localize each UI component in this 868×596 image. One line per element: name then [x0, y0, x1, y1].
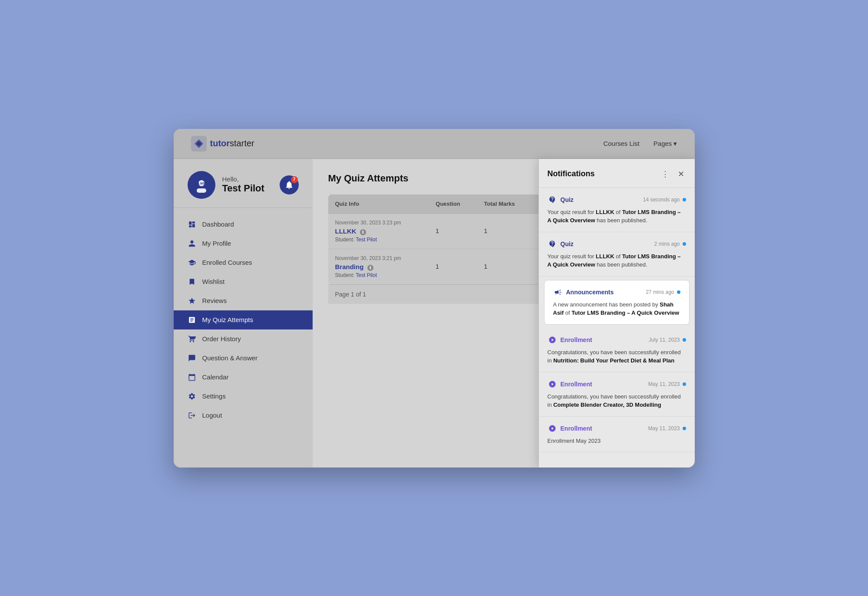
sidebar-item-wishlist[interactable]: Wishlist [174, 272, 313, 291]
header-nav: Courses List Pages ▾ [603, 140, 677, 148]
notif-body: Your quiz result for LLLKK of Tutor LMS … [548, 252, 686, 269]
notif-time-text: 2 mins ago [654, 241, 680, 247]
calendar-icon [188, 373, 196, 381]
svg-text:LMS: LMS [198, 182, 205, 185]
qa-icon [188, 354, 196, 362]
notif-actions: ⋮ ✕ [660, 168, 686, 181]
notif-time: 14 seconds ago [643, 197, 686, 203]
notif-item-header: Enrollment July 11, 2023 [548, 335, 686, 345]
sidebar-label-profile: My Profile [202, 240, 231, 247]
sidebar-item-settings[interactable]: Settings [174, 387, 313, 406]
cell-total-marks: 1 [477, 213, 533, 249]
sidebar-item-calendar[interactable]: Calendar [174, 368, 313, 387]
notif-item[interactable]: Enrollment July 11, 2023 Congratulations… [539, 328, 695, 372]
notif-item-header: Quiz 14 seconds ago [548, 195, 686, 204]
profile-info: Hello, Test Pilot [222, 175, 264, 194]
notif-body: Congratulations, you have been successfu… [548, 348, 686, 365]
cell-question: 1 [429, 213, 477, 249]
student-name: Test Pilot [356, 272, 377, 278]
sidebar-item-qa[interactable]: Question & Answer [174, 349, 313, 368]
quiz-date: November 30, 2023 3:21 pm [335, 255, 422, 261]
cell-quiz-info: November 30, 2023 3:21 pm Branding ℹ Stu… [328, 249, 429, 284]
notif-type: Quiz [548, 195, 574, 204]
sidebar-label-wishlist: Wishlist [202, 278, 225, 285]
sidebar: LMS Hello, Test Pilot 7 [174, 159, 313, 468]
sidebar-item-profile[interactable]: My Profile [174, 234, 313, 253]
notif-close-btn[interactable]: ✕ [676, 168, 686, 181]
cell-question: 1 [429, 249, 477, 284]
notif-item-header: Enrollment May 11, 2023 [548, 379, 686, 389]
notif-body: A new announcement has been posted by Sh… [553, 300, 680, 317]
notif-unread-dot [683, 338, 686, 342]
notif-type-label: Enrollment [561, 336, 592, 343]
sidebar-label-calendar: Calendar [202, 373, 229, 381]
notif-type: Enrollment [548, 335, 592, 345]
logo: tutorstarter [191, 136, 254, 151]
notif-type: Announcements [553, 287, 614, 297]
settings-icon [188, 392, 196, 400]
col-quiz-info: Quiz Info [328, 194, 429, 214]
logout-icon [188, 412, 196, 419]
sidebar-label-dashboard: Dashboard [202, 221, 234, 228]
notif-time-text: July 11, 2023 [649, 337, 680, 343]
notif-type-icon [548, 335, 557, 345]
col-question: Question [429, 194, 477, 214]
svg-point-1 [197, 142, 201, 146]
notifications-panel: Notifications ⋮ ✕ Quiz 14 seconds ago Yo… [538, 159, 695, 468]
sidebar-label-quiz: My Quiz Attempts [202, 316, 254, 323]
sidebar-item-dashboard[interactable]: Dashboard [174, 215, 313, 234]
notif-item-header: Announcements 27 mins ago [553, 287, 680, 297]
notif-time-text: May 11, 2023 [648, 425, 680, 431]
notif-type-label: Quiz [561, 240, 574, 247]
header: tutorstarter Courses List Pages ▾ [174, 129, 695, 159]
sidebar-label-qa: Question & Answer [202, 354, 258, 362]
sidebar-item-quiz[interactable]: My Quiz Attempts [174, 310, 313, 329]
notif-time: 2 mins ago [654, 241, 686, 247]
notif-type: Enrollment [548, 379, 592, 389]
bell-badge: 7 [291, 176, 298, 183]
avatar-icon: LMS [194, 177, 209, 193]
profile-section: LMS Hello, Test Pilot 7 [174, 159, 313, 208]
notif-list: Quiz 14 seconds ago Your quiz result for… [539, 188, 695, 468]
info-icon[interactable]: ℹ [360, 229, 366, 235]
sidebar-label-logout: Logout [202, 412, 222, 419]
courses-list-link[interactable]: Courses List [603, 140, 639, 147]
notif-more-btn[interactable]: ⋮ [660, 168, 671, 181]
avatar: LMS [188, 171, 215, 199]
sidebar-label-enrolled: Enrolled Courses [202, 259, 252, 266]
notif-item-header: Enrollment May 11, 2023 [548, 424, 686, 433]
main-layout: LMS Hello, Test Pilot 7 [174, 159, 695, 468]
notif-time: July 11, 2023 [649, 337, 686, 343]
notif-unread-dot [677, 290, 680, 294]
pages-dropdown[interactable]: Pages ▾ [653, 140, 677, 148]
sidebar-item-reviews[interactable]: Reviews [174, 291, 313, 310]
notif-type-label: Enrollment [561, 381, 592, 388]
svg-rect-3 [197, 188, 206, 193]
info-icon[interactable]: ℹ [367, 265, 373, 271]
notif-time-text: 14 seconds ago [643, 197, 680, 203]
sidebar-item-enrolled[interactable]: Enrolled Courses [174, 253, 313, 272]
sidebar-item-logout[interactable]: Logout [174, 406, 313, 425]
orders-icon [188, 335, 196, 343]
notif-body: Enrollment May 2023 [548, 437, 686, 445]
notif-item[interactable]: Announcements 27 mins ago A new announce… [544, 280, 690, 325]
notif-item[interactable]: Quiz 14 seconds ago Your quiz result for… [539, 188, 695, 232]
notifications-bell[interactable]: 7 [280, 175, 299, 194]
notif-time: May 11, 2023 [648, 425, 686, 431]
notif-type-label: Quiz [561, 196, 574, 203]
dashboard-icon [188, 221, 196, 228]
quiz-student: Student: Test Pilot [335, 237, 422, 243]
notif-item[interactable]: Quiz 2 mins ago Your quiz result for LLL… [539, 232, 695, 277]
notif-time: 27 mins ago [646, 289, 680, 295]
cell-quiz-info: November 30, 2023 3:23 pm LLLKK ℹ Studen… [328, 213, 429, 249]
notif-item[interactable]: Enrollment May 11, 2023 Enrollment May 2… [539, 417, 695, 453]
profile-icon [188, 240, 196, 247]
quiz-date: November 30, 2023 3:23 pm [335, 220, 422, 226]
sidebar-label-reviews: Reviews [202, 297, 227, 304]
notif-item[interactable]: Enrollment May 11, 2023 Congratulations,… [539, 372, 695, 417]
wishlist-icon [188, 278, 196, 286]
quiz-name: Branding ℹ [335, 263, 422, 271]
notif-type-label: Enrollment [561, 425, 592, 432]
sidebar-item-orders[interactable]: Order History [174, 329, 313, 349]
student-name: Test Pilot [356, 237, 377, 243]
